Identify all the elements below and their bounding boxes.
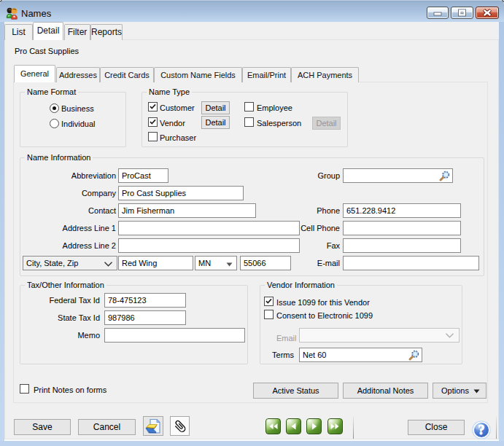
svg-text:?: ? xyxy=(478,423,485,437)
